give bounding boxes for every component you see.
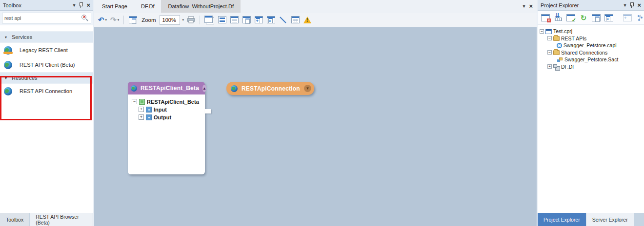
redo-button[interactable]: ↷▾	[109, 14, 120, 26]
collapse-all-icon[interactable]	[604, 12, 614, 23]
toolbox-dropdown-icon[interactable]: ▾	[73, 3, 75, 8]
tree-item-rest-apis[interactable]: − REST APIs	[540, 35, 642, 42]
printer-icon	[187, 16, 195, 23]
collapse-expander-icon[interactable]: −	[540, 29, 544, 34]
section-header-resources[interactable]: ▾ Resources	[0, 72, 93, 84]
expand-expander-icon[interactable]: +	[139, 107, 144, 112]
refresh-icon[interactable]: ↻	[578, 12, 589, 23]
tree-item-swagger-capi[interactable]: Swagger_Petstore.capi	[540, 42, 642, 49]
api-gear-icon	[557, 43, 562, 48]
zoom-label: Zoom	[141, 17, 156, 23]
tab-rest-api-browser[interactable]: REST API Browser (Beta)	[30, 213, 93, 226]
project-tree: − Test.cprj − REST APIs Swagger_Petstore…	[538, 25, 644, 213]
toolbox-search-input[interactable]	[4, 15, 81, 21]
expand-expander-icon[interactable]: +	[139, 114, 144, 120]
tree-item-project[interactable]: − Test.cprj	[540, 28, 642, 35]
import-items-icon[interactable]	[553, 12, 564, 23]
zoom-dropdown-icon[interactable]: ▾	[182, 18, 184, 22]
close-document-icon[interactable]: ×	[529, 4, 533, 9]
dataflow-toolbar: ↶▾ ↷▾ Zoom 100% ▾	[94, 13, 537, 27]
list-panel-icon[interactable]	[229, 14, 240, 26]
tab-df-df[interactable]: DF.Df	[134, 0, 161, 13]
node-restapiclient-body: − RESTApiClient_Beta + Input + Output	[128, 94, 205, 174]
vertical-layout-icon[interactable]	[217, 14, 227, 26]
tab-dataflow-withoutproject[interactable]: Dataflow_WithoutProject.Df	[161, 0, 241, 13]
toolbox-item-rest-api-connection[interactable]: REST API Connection	[0, 84, 93, 98]
toolbox-close-icon[interactable]: ×	[86, 3, 90, 8]
collapse-expander-icon[interactable]: −	[547, 36, 552, 40]
node-restapiconnection[interactable]: RESTApiConnection ▼	[226, 82, 314, 95]
collapse-expander-icon[interactable]: −	[132, 99, 137, 104]
expand-all-icon[interactable]	[591, 12, 602, 23]
clear-search-icon[interactable]	[81, 14, 89, 22]
document-tabbar: Start Page DF.Df Dataflow_WithoutProject…	[94, 0, 537, 13]
add-panel-icon[interactable]	[253, 14, 264, 26]
dataflow-file-icon	[553, 64, 560, 70]
stacked-windows-icon[interactable]	[203, 14, 215, 26]
print-button[interactable]	[185, 14, 196, 26]
tab-server-explorer[interactable]: Server Explorer	[586, 213, 634, 226]
node-tree-input[interactable]: + Input	[132, 106, 201, 113]
project-explorer-dropdown-icon[interactable]: ▾	[624, 3, 626, 8]
toolbox-item-rest-api-client-beta[interactable]: REST API Client (Beta)	[0, 57, 93, 72]
grid-edit-icon[interactable]	[290, 14, 301, 26]
toolbox-pin-icon[interactable]	[79, 2, 83, 8]
rest-api-globe-icon	[4, 87, 12, 95]
project-file-icon	[545, 29, 552, 34]
tab-toolbox[interactable]: Toolbox	[0, 213, 30, 226]
legacy-rest-globe-icon	[4, 46, 12, 55]
expand-node-icon[interactable]: ▼	[304, 85, 311, 92]
port-element-icon	[146, 107, 152, 113]
collapse-node-icon[interactable]: ▲	[202, 85, 206, 92]
zoom-value-input[interactable]: 100%	[160, 15, 180, 25]
warning-icon[interactable]	[302, 14, 313, 26]
tree-item-df-df[interactable]: + DF.Df	[540, 63, 642, 71]
folder-icon	[553, 50, 560, 55]
diagram-overview-icon[interactable]	[127, 14, 138, 26]
project-explorer-bottom-tabs: Project Explorer Server Explorer	[538, 213, 644, 226]
project-explorer-header: Project Explorer ▾ ×	[538, 0, 644, 11]
toolbox-search-row	[0, 11, 93, 25]
toolbox-bottom-tabs: Toolbox REST API Browser (Beta)	[0, 213, 93, 226]
chevron-down-icon: ▾	[5, 35, 7, 39]
verify-project-icon[interactable]: ✓	[565, 12, 576, 23]
root-element-icon	[139, 99, 145, 105]
toolbox-header: Toolbox ▾ ×	[0, 0, 93, 11]
detail-panel-icon[interactable]	[241, 14, 252, 26]
folder-icon	[553, 36, 560, 41]
port-element-icon	[146, 114, 152, 120]
node-restapiclient-header[interactable]: RESTApiClient_Beta ▲	[128, 82, 205, 94]
node-tree-root[interactable]: − RESTApiClient_Beta	[132, 98, 201, 105]
project-explorer-close-icon[interactable]: ×	[637, 3, 641, 8]
dependency-view-icon[interactable]	[635, 12, 644, 23]
rest-api-globe-icon	[4, 61, 12, 69]
expand-expander-icon[interactable]: +	[547, 64, 552, 69]
remove-project-icon[interactable]: ×	[540, 12, 551, 23]
project-explorer-title: Project Explorer	[541, 2, 579, 8]
node-tree-output[interactable]: + Output	[132, 113, 201, 121]
undo-button[interactable]: ↶▾	[97, 14, 108, 26]
tree-item-swagger-sact[interactable]: Swagger_Petstore.Sact	[540, 56, 642, 63]
toolbox-item-legacy-rest-client[interactable]: Legacy REST Client	[0, 43, 93, 57]
tab-list-dropdown-icon[interactable]: ▾	[523, 4, 525, 9]
rest-api-globe-icon	[231, 85, 238, 92]
node-restapiclient-beta[interactable]: RESTApiClient_Beta ▲ − RESTApiClient_Bet…	[128, 82, 205, 174]
rest-api-globe-icon	[131, 85, 137, 92]
output-connector-stub[interactable]	[205, 109, 211, 113]
app-window: Toolbox ▾ × ▾ Services Legacy REST Clien…	[0, 0, 644, 226]
project-explorer-pin-icon[interactable]	[629, 2, 634, 8]
tab-project-explorer[interactable]: Project Explorer	[538, 213, 586, 226]
collapse-expander-icon[interactable]: −	[547, 50, 552, 55]
connection-icon	[557, 57, 563, 62]
toolbox-content: ▾ Services Legacy REST Client REST API C…	[0, 25, 93, 213]
tab-start-page[interactable]: Start Page	[95, 0, 134, 13]
toolbox-panel: Toolbox ▾ × ▾ Services Legacy REST Clien…	[0, 0, 94, 226]
section-header-services[interactable]: ▾ Services	[0, 31, 93, 43]
chevron-down-icon: ▾	[5, 76, 7, 80]
add-item-icon[interactable]	[622, 12, 633, 23]
swap-panel-icon[interactable]	[265, 14, 276, 26]
toolbox-title: Toolbox	[3, 2, 21, 8]
tree-item-shared-connections[interactable]: − Shared Connections	[540, 49, 642, 56]
dataflow-canvas[interactable]: RESTApiClient_Beta ▲ − RESTApiClient_Bet…	[94, 27, 537, 226]
connector-line-icon[interactable]	[278, 14, 288, 26]
